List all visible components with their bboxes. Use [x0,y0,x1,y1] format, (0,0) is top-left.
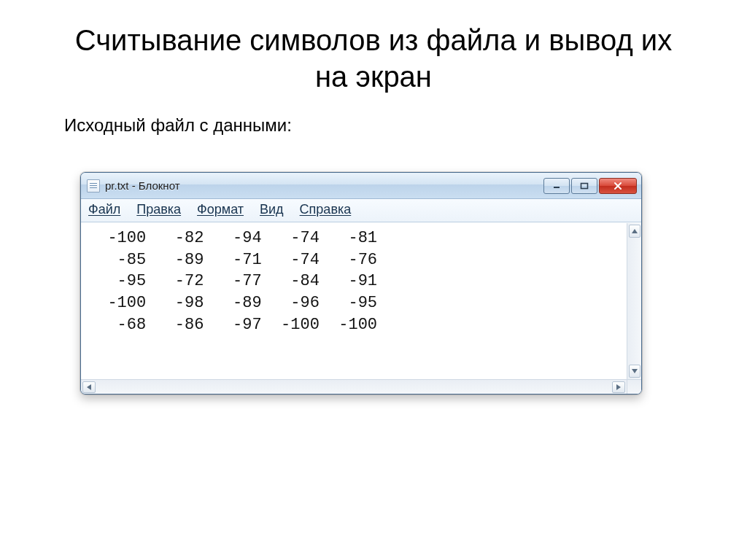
minimize-button[interactable] [543,178,570,194]
window-title: pr.txt - Блокнот [105,179,180,192]
data-row: -95 -72 -77 -84 -91 [88,271,624,292]
scroll-up-icon[interactable] [629,225,640,238]
maximize-button[interactable] [571,178,597,194]
slide-subtitle: Исходный файл с данными: [64,115,689,136]
scroll-down-icon[interactable] [629,365,640,378]
notepad-window: pr.txt - Блокнот Файл Правка Формат Вид … [80,172,642,394]
menu-edit[interactable]: Правка [136,202,181,217]
slide-title: Считывание символов из файла и вывод их … [58,22,689,95]
notepad-icon [87,179,100,192]
menu-help[interactable]: Справка [300,202,352,217]
data-row: -85 -89 -71 -74 -76 [88,249,624,271]
menu-view[interactable]: Вид [260,202,284,217]
menu-file[interactable]: Файл [88,202,120,217]
data-row: -100 -82 -94 -74 -81 [88,228,624,249]
vertical-scrollbar[interactable] [627,223,641,379]
text-area[interactable]: -100 -82 -94 -74 -81 -85 -89 -71 -74 -76… [81,223,627,379]
menu-format[interactable]: Формат [197,202,244,217]
svg-rect-1 [581,183,588,188]
scroll-left-icon[interactable] [82,381,96,393]
data-row: -100 -98 -89 -96 -95 [88,292,624,314]
titlebar[interactable]: pr.txt - Блокнот [81,173,641,199]
scrollbar-corner [627,380,641,394]
menu-bar: Файл Правка Формат Вид Справка [81,199,641,222]
data-row: -68 -86 -97 -100 -100 [88,314,624,336]
horizontal-scrollbar[interactable] [81,379,641,394]
close-button[interactable] [599,178,637,194]
scroll-right-icon[interactable] [612,381,625,393]
